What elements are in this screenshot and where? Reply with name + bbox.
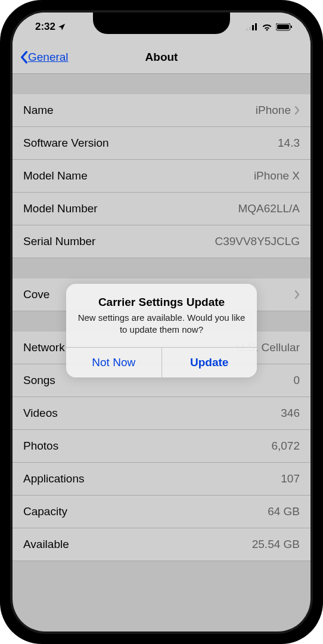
row-label: Photos [23,439,58,453]
row-applications[interactable]: Applications 107 [13,463,310,496]
row-model-name[interactable]: Model Name iPhone X [13,160,310,193]
row-value: 25.54 GB [252,538,300,551]
chevron-left-icon [20,51,28,64]
row-value: C39VV8Y5JCLG [215,235,300,248]
row-photos[interactable]: Photos 6,072 [13,430,310,463]
row-capacity[interactable]: Capacity 64 GB [13,496,310,528]
row-label: Videos [23,407,58,420]
alert-update-button[interactable]: Update [162,348,257,377]
row-value: 107 [281,472,300,485]
row-label: Songs [23,374,55,387]
row-label: Name [23,104,54,117]
row-value: 6,072 [271,439,300,453]
chevron-right-icon [294,290,300,299]
row-label: Software Version [23,137,109,150]
row-model-number[interactable]: Model Number MQA62LL/A [13,193,310,225]
row-value: 346 [281,407,300,420]
row-value: iPhone X [254,169,300,182]
row-label: Cove [23,288,49,301]
svg-rect-0 [246,29,248,30]
row-name[interactable]: Name iPhone [13,94,310,127]
status-time: 2:32 [35,21,55,33]
row-label: Applications [23,472,84,485]
row-label: Capacity [23,505,67,518]
notch [93,13,230,34]
row-label: Available [23,538,69,551]
svg-rect-5 [277,24,289,29]
nav-bar: General About [13,41,310,74]
section-gap [13,258,310,278]
back-button[interactable]: General [20,51,69,64]
row-value: 14.3 [278,137,300,150]
location-icon [58,23,66,31]
row-value: MQA62LL/A [238,202,300,215]
svg-rect-3 [255,23,257,30]
battery-icon [276,23,293,31]
wifi-icon [262,23,272,31]
alert-title: Carrier Settings Update [77,296,246,309]
row-value: 64 GB [268,505,300,518]
row-available[interactable]: Available 25.54 GB [13,528,310,561]
section-gap [13,74,310,94]
row-value: iPhone [256,104,291,117]
row-label: Model Name [23,169,88,182]
alert-message: New settings are available. Would you li… [77,312,246,336]
row-software-version[interactable]: Software Version 14.3 [13,127,310,160]
svg-rect-6 [291,26,292,28]
section-device-info: Name iPhone Software Version 14.3 Model … [13,94,310,258]
back-label: General [28,51,69,64]
row-videos[interactable]: Videos 346 [13,397,310,430]
alert-dialog: Carrier Settings Update New settings are… [66,284,257,377]
row-label: Serial Number [23,235,95,248]
chevron-right-icon [294,106,300,115]
row-value: 0 [293,374,300,387]
row-label: Model Number [23,202,98,215]
signal-icon [246,23,258,31]
row-serial-number[interactable]: Serial Number C39VV8Y5JCLG [13,225,310,258]
alert-not-now-button[interactable]: Not Now [66,348,162,377]
svg-rect-2 [252,25,254,30]
row-label: Network [23,341,65,354]
svg-rect-1 [249,27,251,30]
